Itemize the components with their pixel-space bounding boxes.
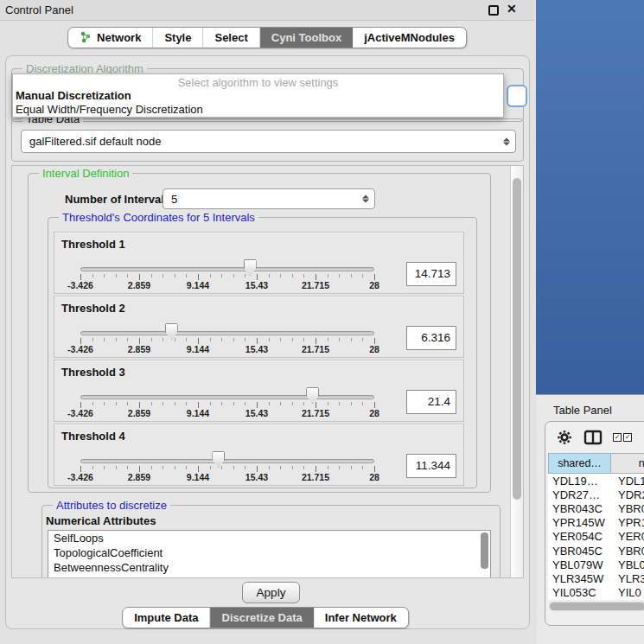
cell-shared-name: YER054C: [548, 530, 611, 543]
combo-spinner-icon: [503, 137, 509, 146]
gear-icon[interactable]: [556, 429, 573, 446]
horizontal-scrollbar[interactable]: [549, 602, 644, 611]
tab-network[interactable]: Network: [68, 28, 153, 48]
scrollbar-thumb[interactable]: [550, 603, 644, 610]
slider-axis-labels: -3.4262.8599.14415.4321.71528: [80, 344, 374, 354]
tab-label: Select: [214, 31, 247, 44]
bottom-tab-infer-network[interactable]: Infer Network: [314, 608, 408, 628]
table-panel-title: Table Panel: [553, 404, 612, 417]
cell-shared-name: YLR345W: [548, 572, 611, 585]
attribute-item-selfloops[interactable]: SelfLoops: [48, 531, 490, 545]
tab-jactivemnodules[interactable]: jActiveMNodules: [353, 28, 466, 48]
tab-label: Cyni Toolbox: [271, 31, 341, 44]
threshold-label: Threshold 3: [61, 366, 125, 379]
settings-scroll-panel: Interval Definition Number of Intervals …: [11, 165, 524, 578]
threshold-label: Threshold 1: [61, 238, 125, 251]
cyni-toolbox-panel: Discretization Algorithm Select algorith…: [5, 55, 530, 629]
checkbox-icon: ✓: [623, 433, 632, 442]
cell-name: YDL1: [611, 475, 644, 488]
cytoscape-desktop: GAL80GACGAL11GAL4GCY1HHAP2: [536, 0, 644, 394]
tab-label: Infer Network: [325, 611, 397, 624]
attribute-item-betweennesscentrality[interactable]: BetweennessCentrality: [48, 560, 490, 575]
table-data-box: Table Data galFiltered.sif default node: [11, 118, 524, 162]
node-table-browser: ✓ ✓ shared… name YDL19…YDL1YDR27…YDR2YBR…: [545, 421, 644, 626]
close-icon[interactable]: ✕: [507, 2, 517, 16]
interval-definition-title: Interval Definition: [39, 167, 132, 180]
table-row[interactable]: YBR045CYBR0: [548, 544, 644, 558]
tab-label: jActiveMNodules: [364, 31, 455, 44]
split-columns-icon[interactable]: [583, 430, 603, 445]
table-row[interactable]: YLR345WYLR3: [548, 571, 644, 585]
checkbox-icon: ✓: [613, 433, 622, 442]
algorithm-combo-focus-ring[interactable]: [507, 85, 527, 107]
table-row[interactable]: YER054CYER0: [548, 530, 644, 544]
tab-cyni-toolbox[interactable]: Cyni Toolbox: [260, 28, 353, 48]
threshold-slider-track[interactable]: [80, 395, 374, 399]
number-of-intervals-combo[interactable]: 5: [163, 188, 375, 209]
number-of-intervals-label: Number of Intervals: [65, 193, 170, 206]
cell-name: YBL0: [611, 558, 644, 571]
table-panel: Table Panel ✓ ✓ shared… name YDL19…YDL1Y…: [536, 394, 644, 644]
bottom-tab-discretize-data[interactable]: Discretize Data: [211, 608, 314, 628]
threshold-value-field[interactable]: 11.344: [406, 454, 456, 478]
table-data-combo-value: galFiltered.sif default node: [29, 135, 161, 148]
table-row[interactable]: YDL19…YDL1: [548, 474, 644, 488]
threshold-card-3: Threshold 3-3.4262.8599.14415.4321.71528…: [54, 360, 464, 422]
threshold-card-4: Threshold 4-3.4262.8599.14415.4321.71528…: [54, 424, 464, 486]
apply-button[interactable]: Apply: [242, 582, 300, 603]
vertical-scrollbar[interactable]: [510, 166, 523, 577]
scrollbar-thumb[interactable]: [513, 178, 521, 500]
threshold-slider-track[interactable]: [80, 459, 374, 463]
thresholds-title: Threshold's Coordinates for 5 Intervals: [59, 211, 258, 224]
cell-shared-name: YBR045C: [548, 545, 611, 558]
numerical-attributes-list[interactable]: SelfLoopsTopologicalCoefficientBetweenne…: [48, 530, 491, 578]
table-row[interactable]: YBR043CYBR0: [548, 501, 644, 515]
control-panel-tab-bar: NetworkStyleSelectCyni ToolboxjActiveMNo…: [67, 27, 467, 48]
table-row[interactable]: YIL053CYIL0: [548, 586, 644, 600]
table-data-combo[interactable]: galFiltered.sif default node: [21, 130, 516, 153]
algorithm-dropdown-popup: Select algorithm to view settings Manual…: [12, 73, 504, 118]
popup-option-manual-discretization[interactable]: Manual Discretization: [16, 89, 131, 102]
algorithm-prompt: Select algorithm to view settings: [13, 76, 503, 89]
thresholds-box: Threshold's Coordinates for 5 Intervals …: [48, 217, 477, 488]
cell-name: YIL0: [611, 586, 644, 599]
float-window-button[interactable]: [488, 5, 499, 16]
threshold-value-field[interactable]: 14.713: [406, 262, 456, 286]
threshold-slider-track[interactable]: [80, 267, 374, 271]
tab-label: Discretize Data: [222, 611, 303, 624]
threshold-card-2: Threshold 2-3.4262.8599.14415.4321.71528…: [54, 296, 464, 358]
panel-title: Control Panel: [5, 3, 73, 16]
cell-shared-name: YPR145W: [548, 516, 611, 529]
threshold-value-field[interactable]: 6.316: [406, 326, 456, 350]
bottom-tab-impute-data[interactable]: Impute Data: [123, 608, 210, 628]
column-header-shared-name[interactable]: shared…: [548, 453, 611, 474]
table-row[interactable]: YBL079WYBL0: [548, 558, 644, 571]
tab-label: Network: [97, 31, 141, 44]
threshold-card-1: Threshold 1-3.4262.8599.14415.4321.71528…: [54, 232, 464, 294]
threshold-value-field[interactable]: 21.4: [406, 390, 456, 414]
numerical-attributes-label: Numerical Attributes: [46, 514, 156, 527]
column-checkbox-icons[interactable]: ✓ ✓: [613, 433, 632, 442]
table-toolbar: ✓ ✓: [545, 422, 644, 453]
column-header-name[interactable]: name: [611, 453, 644, 474]
list-scrollbar[interactable]: [481, 532, 488, 569]
table-row[interactable]: YPR145WYPR1: [548, 516, 644, 530]
network-icon: [80, 31, 92, 44]
cell-shared-name: YDR27…: [548, 488, 611, 501]
cell-shared-name: YIL053C: [548, 586, 611, 599]
tab-style[interactable]: Style: [153, 28, 203, 48]
attribute-item-topologicalcoefficient[interactable]: TopologicalCoefficient: [48, 545, 490, 560]
tab-label: Impute Data: [134, 611, 198, 624]
threshold-slider-track[interactable]: [80, 331, 374, 335]
table-row[interactable]: YDR27…YDR2: [548, 488, 644, 501]
number-of-intervals-value: 5: [171, 193, 177, 206]
cell-shared-name: YBL079W: [548, 558, 611, 571]
cell-name: YBR0: [611, 545, 644, 558]
attributes-box: Attributes to discretize Numerical Attri…: [41, 505, 501, 578]
popup-option-equal-width-frequency[interactable]: Equal Width/Frequency Discretization: [16, 103, 203, 116]
cell-name: YDR2: [611, 488, 644, 501]
cell-shared-name: YBR043C: [548, 502, 611, 515]
tab-select[interactable]: Select: [203, 28, 259, 48]
cell-name: YBR0: [611, 502, 644, 515]
threshold-label: Threshold 4: [61, 430, 125, 443]
